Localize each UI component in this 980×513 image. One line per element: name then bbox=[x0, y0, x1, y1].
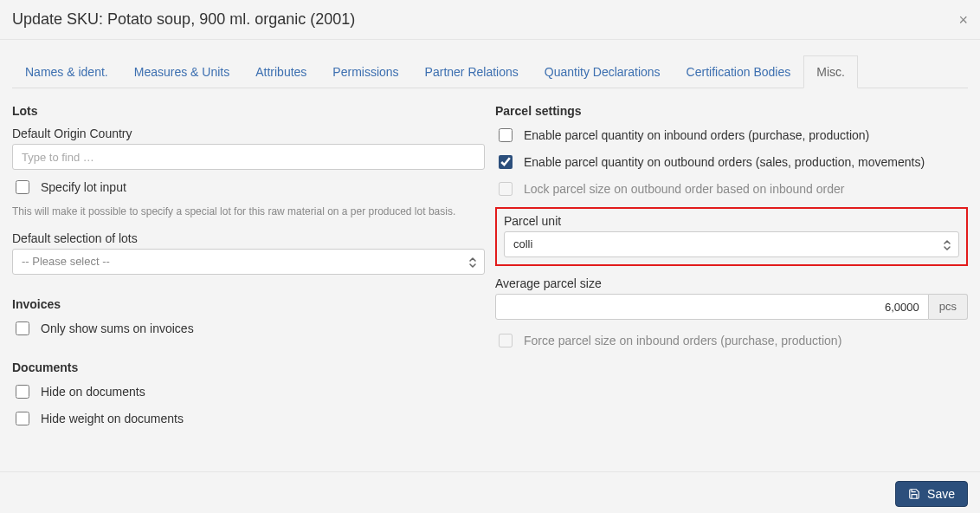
tab-misc[interactable]: Misc. bbox=[803, 55, 858, 88]
specify-lot-checkbox[interactable] bbox=[16, 180, 29, 194]
hide-on-docs-label: Hide on documents bbox=[41, 383, 145, 400]
tab-bar: Names & ident. Measures & Units Attribut… bbox=[12, 55, 968, 88]
lock-parcel-size-label: Lock parcel size on outbound order based… bbox=[524, 180, 844, 198]
parcel-unit-select[interactable]: colli bbox=[504, 231, 959, 257]
force-parcel-size-label: Force parcel size on inbound orders (pur… bbox=[524, 332, 841, 349]
only-sums-checkbox[interactable] bbox=[16, 321, 29, 335]
parcel-settings-heading: Parcel settings bbox=[495, 104, 968, 118]
avg-parcel-size-input[interactable] bbox=[495, 294, 929, 320]
enable-parcel-outbound-checkbox[interactable] bbox=[499, 155, 513, 169]
specify-lot-help: This will make it possible to specify a … bbox=[12, 205, 485, 218]
default-selection-label: Default selection of lots bbox=[12, 231, 485, 245]
chevron-updown-icon bbox=[943, 237, 951, 261]
parcel-unit-label: Parcel unit bbox=[504, 214, 959, 228]
default-origin-label: Default Origin Country bbox=[12, 127, 485, 140]
tab-quantity-declarations[interactable]: Quantity Declarations bbox=[532, 55, 674, 88]
page-title: Update SKU: Potato soup, 900 ml. organic… bbox=[12, 10, 355, 29]
tab-permissions[interactable]: Permissions bbox=[319, 55, 411, 88]
documents-heading: Documents bbox=[12, 360, 485, 374]
avg-parcel-size-label: Average parcel size bbox=[495, 276, 968, 290]
tab-partner-relations[interactable]: Partner Relations bbox=[412, 55, 532, 88]
hide-on-docs-checkbox[interactable] bbox=[16, 385, 29, 399]
default-selection-select[interactable]: -- Please select -- bbox=[12, 249, 485, 275]
tab-names-ident[interactable]: Names & ident. bbox=[12, 55, 121, 88]
parcel-unit-value: colli bbox=[513, 237, 532, 250]
invoices-heading: Invoices bbox=[12, 297, 485, 311]
specify-lot-label: Specify lot input bbox=[41, 179, 126, 196]
enable-parcel-inbound-label: Enable parcel quantity on inbound orders… bbox=[524, 127, 869, 144]
lots-heading: Lots bbox=[12, 104, 485, 118]
lock-parcel-size-checkbox bbox=[499, 182, 513, 196]
only-sums-label: Only show sums on invoices bbox=[41, 320, 194, 337]
force-parcel-size-checkbox bbox=[499, 334, 513, 347]
close-icon[interactable]: × bbox=[958, 12, 968, 28]
enable-parcel-outbound-label: Enable parcel quantity on outbound order… bbox=[524, 153, 925, 171]
tab-attributes[interactable]: Attributes bbox=[242, 55, 319, 88]
tab-certification-bodies[interactable]: Certification Bodies bbox=[674, 55, 804, 88]
tab-measures-units[interactable]: Measures & Units bbox=[121, 55, 242, 88]
save-button-label: Save bbox=[927, 487, 955, 501]
save-button[interactable]: Save bbox=[895, 481, 968, 507]
save-icon bbox=[908, 488, 920, 500]
chevron-updown-icon bbox=[468, 254, 477, 278]
hide-weight-checkbox[interactable] bbox=[16, 412, 29, 425]
enable-parcel-inbound-checkbox[interactable] bbox=[499, 128, 513, 142]
default-origin-input[interactable] bbox=[12, 144, 485, 170]
parcel-unit-highlight: Parcel unit colli bbox=[495, 207, 968, 266]
avg-parcel-size-unit: pcs bbox=[929, 294, 968, 320]
hide-weight-label: Hide weight on documents bbox=[41, 410, 184, 427]
default-selection-value: -- Please select -- bbox=[22, 255, 110, 268]
